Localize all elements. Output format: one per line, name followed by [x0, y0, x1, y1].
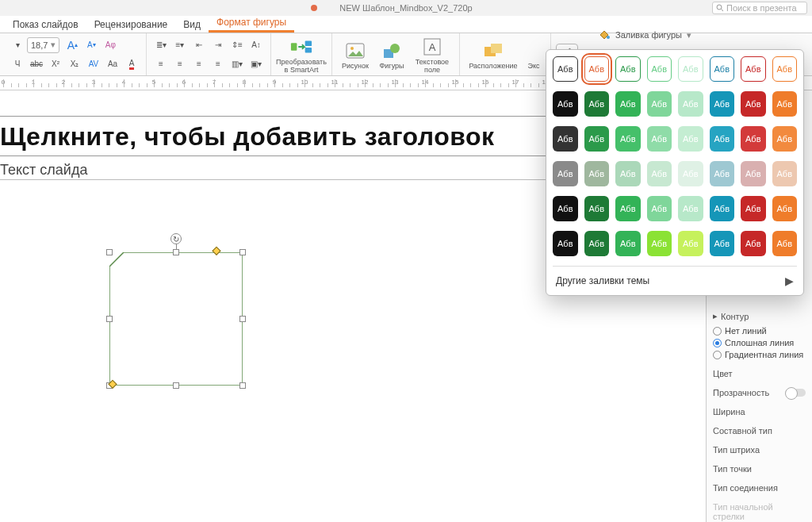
body-placeholder[interactable]: Текст слайда: [0, 162, 87, 178]
style-swatch[interactable]: Абв: [741, 56, 766, 82]
transparency-slider[interactable]: [785, 389, 806, 397]
style-swatch[interactable]: Абв: [553, 56, 578, 82]
tab-review[interactable]: Рецензирование: [86, 17, 176, 33]
style-swatch[interactable]: Абв: [678, 56, 703, 82]
numbering-button[interactable]: ≡▾: [171, 36, 189, 54]
selected-shape[interactable]: [109, 252, 243, 386]
style-swatch[interactable]: Абв: [647, 91, 672, 117]
style-swatch[interactable]: Абв: [553, 91, 578, 117]
style-swatch[interactable]: Абв: [584, 91, 610, 117]
rotate-handle[interactable]: [170, 233, 182, 244]
style-swatch[interactable]: Абв: [741, 231, 766, 256]
style-swatch[interactable]: Абв: [584, 231, 610, 256]
strike-button[interactable]: abc: [28, 56, 45, 73]
justify-button[interactable]: ≡: [209, 56, 227, 73]
line-spacing-button[interactable]: ⇕≡: [228, 36, 246, 54]
style-swatch[interactable]: Абв: [772, 56, 798, 82]
style-swatch[interactable]: Абв: [615, 231, 641, 256]
style-swatch[interactable]: Абв: [553, 196, 578, 221]
style-swatch[interactable]: Абв: [615, 91, 641, 117]
outline-compound-row[interactable]: Составной тип: [713, 426, 806, 436]
style-swatch[interactable]: Абв: [710, 196, 735, 221]
resize-handle-n[interactable]: [173, 249, 179, 255]
style-swatch[interactable]: Абв: [647, 126, 672, 152]
style-swatch[interactable]: Абв: [647, 161, 672, 186]
outline-join-row[interactable]: Тип соединения: [713, 483, 806, 493]
tab-slideshow[interactable]: Показ слайдов: [5, 17, 86, 33]
style-swatch[interactable]: Абв: [710, 91, 735, 117]
style-swatch[interactable]: Абв: [710, 56, 735, 82]
superscript-button[interactable]: X²: [47, 56, 64, 73]
align-right-button[interactable]: ≡: [190, 56, 208, 73]
resize-handle-se[interactable]: [239, 382, 246, 389]
clear-format-button[interactable]: Aφ: [102, 36, 119, 54]
style-swatch[interactable]: Абв: [615, 161, 641, 186]
style-swatch[interactable]: Абв: [553, 126, 578, 152]
tab-shape-format[interactable]: Формат фигуры: [209, 14, 294, 33]
outline-cap-row[interactable]: Тип точки: [713, 464, 806, 474]
style-swatch[interactable]: Абв: [710, 231, 735, 256]
style-swatch[interactable]: Абв: [584, 126, 610, 152]
style-swatch[interactable]: Абв: [584, 161, 610, 186]
style-swatch[interactable]: Абв: [678, 91, 703, 117]
outline-gradient-radio[interactable]: Градиентная линия: [713, 350, 806, 359]
outline-none-radio[interactable]: Нет линий: [713, 326, 806, 336]
resize-handle-s[interactable]: [173, 382, 179, 389]
style-swatch[interactable]: Абв: [678, 126, 703, 152]
underline-button[interactable]: Ч: [9, 56, 26, 73]
style-swatch[interactable]: Абв: [772, 91, 798, 117]
indent-less-button[interactable]: ⇤: [190, 36, 208, 54]
align-text-button[interactable]: ▣▾: [247, 56, 265, 73]
change-case-button[interactable]: Aa: [104, 56, 121, 73]
style-swatch[interactable]: Абв: [647, 196, 672, 221]
textbox-button[interactable]: A Текстовое поле: [410, 36, 454, 74]
subscript-button[interactable]: X₂: [66, 56, 83, 73]
more-theme-fills-button[interactable]: Другие заливки темы ▶: [553, 266, 797, 295]
style-swatch[interactable]: Абв: [741, 196, 766, 221]
style-swatch[interactable]: Абв: [647, 231, 672, 256]
style-swatch[interactable]: Абв: [741, 126, 766, 152]
char-spacing-button[interactable]: AV: [85, 56, 102, 73]
style-swatch[interactable]: Абв: [772, 196, 798, 221]
style-swatch[interactable]: Абв: [772, 126, 798, 152]
resize-handle-ne[interactable]: [239, 249, 246, 255]
outline-solid-radio[interactable]: Сплошная линия: [713, 338, 806, 347]
style-swatch[interactable]: Абв: [741, 91, 766, 117]
style-swatch[interactable]: Абв: [710, 126, 735, 152]
style-swatch[interactable]: Абв: [584, 56, 610, 82]
style-swatch[interactable]: Абв: [772, 231, 798, 256]
resize-handle-e[interactable]: [239, 316, 246, 322]
style-swatch[interactable]: Абв: [615, 196, 641, 221]
style-swatch[interactable]: Абв: [710, 161, 735, 186]
style-swatch[interactable]: Абв: [584, 196, 610, 221]
outline-color-row[interactable]: Цвет: [713, 369, 806, 378]
style-swatch[interactable]: Абв: [678, 161, 703, 186]
text-direction-button[interactable]: A↕: [247, 36, 265, 54]
resize-handle-w[interactable]: [106, 316, 113, 322]
tab-view[interactable]: Вид: [175, 17, 209, 33]
increase-font-button[interactable]: A▴: [63, 36, 81, 54]
style-swatch[interactable]: Абв: [553, 231, 578, 256]
style-swatch[interactable]: Абв: [615, 126, 641, 152]
style-swatch[interactable]: Абв: [678, 231, 703, 256]
font-color-button[interactable]: A: [123, 56, 140, 73]
shape-fill-dropdown[interactable]: Заливка фигуры ▾: [598, 29, 691, 41]
outline-transparency-row[interactable]: Прозрачность: [713, 388, 806, 397]
style-swatch[interactable]: Абв: [678, 196, 703, 221]
outline-dash-row[interactable]: Тип штриха: [713, 445, 806, 455]
shapes-button[interactable]: Фигуры: [373, 40, 410, 70]
outline-width-row[interactable]: Ширина: [713, 407, 806, 416]
outline-section-header[interactable]: ▸ Контур: [713, 311, 806, 321]
align-center-button[interactable]: ≡: [171, 56, 189, 73]
picture-button[interactable]: Рисунок: [337, 40, 373, 70]
resize-handle-nw[interactable]: [106, 249, 113, 255]
font-picker-chevron-icon[interactable]: ▾: [9, 36, 26, 54]
quick-styles-button[interactable]: Экс: [522, 40, 546, 70]
convert-smartart-button[interactable]: Преобразовать в SmartArt: [276, 36, 327, 74]
style-swatch[interactable]: Абв: [647, 56, 672, 82]
bullets-button[interactable]: ≣▾: [152, 36, 170, 54]
arrange-button[interactable]: Расположение: [465, 40, 522, 70]
decrease-font-button[interactable]: A▾: [82, 36, 100, 54]
style-swatch[interactable]: Абв: [553, 161, 578, 186]
style-swatch[interactable]: Абв: [741, 161, 766, 186]
